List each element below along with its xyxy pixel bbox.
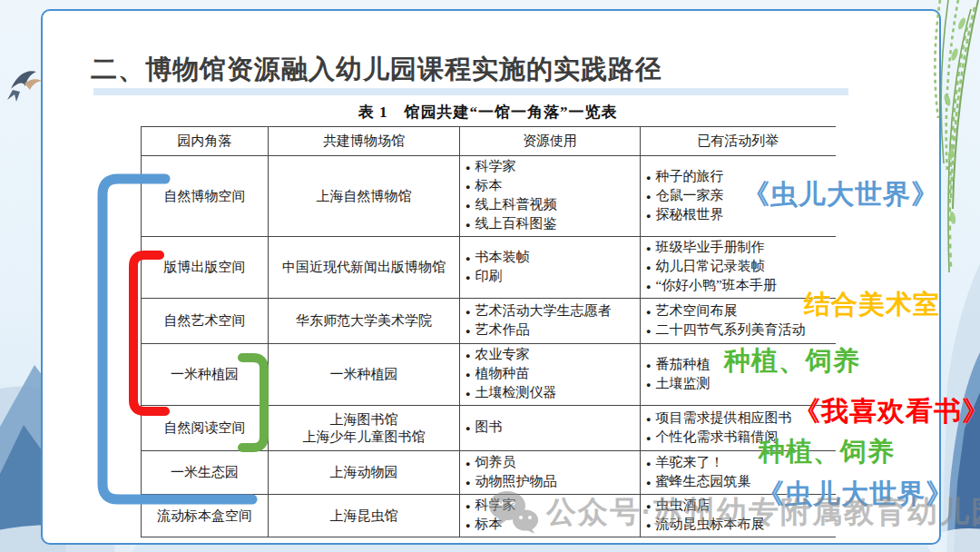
column-header: 已有活动列举 [641,127,836,156]
watermark-text: 公众号·苏州幼专附属教育幼儿园 [546,492,980,533]
table-cell: 一米种植园 [269,344,460,406]
table-cell: ●科学家●标本●线上科普视频●线上百科图鉴 [460,156,641,237]
table-caption: 表 1 馆园共建“一馆一角落”一览表 [141,102,835,123]
table-cell: 上海自然博物馆 [269,156,460,237]
bullet-icon: ● [646,241,651,258]
table-row: 自然博物空间上海自然博物馆●科学家●标本●线上科普视频●线上百科图鉴●种子的旅行… [142,156,836,237]
table-cell: 一米生态园 [142,451,269,495]
table-cell: 中国近现代新闻出版博物馆 [269,237,460,299]
bullet-icon: ● [466,304,470,321]
bullet-icon: ● [646,411,651,429]
bullet-icon: ● [646,189,651,206]
bullet-icon: ● [646,377,651,394]
swallow-bird-icon [7,71,42,102]
table-cell: 自然艺术空间 [142,299,269,344]
bullet-icon: ● [466,217,470,234]
table-row: 一米生态园上海动物园●饲养员●动物照护物品●羊驼来了！●蜜蜂生态园筑巢 [142,451,836,495]
annotation-art-room: 结合美术室 [804,287,940,323]
bullet-icon: ● [466,251,470,268]
bullet-icon: ● [646,304,651,321]
annotation-plant-feed-bottom: 种植、饲养 [759,434,895,470]
bullet-icon: ● [466,456,470,473]
page-title: 二、博物馆资源融入幼儿园课程实施的实践路径 [91,52,662,88]
column-header: 共建博物场馆 [269,127,460,156]
table-cell: 自然阅读空间 [142,406,269,451]
bullet-icon: ● [646,475,651,492]
bullet-icon: ● [466,386,470,403]
annotation-plant-feed-top: 种植、饲养 [724,343,860,380]
table-cell: 版博出版空间 [142,237,269,299]
bullet-icon: ● [466,348,470,365]
title-underline [93,88,848,95]
table-cell: ●饲养员●动物照护物品 [460,451,641,495]
bullet-icon: ● [646,260,651,277]
table-cell: 自然博物空间 [142,156,269,237]
bullet-icon: ● [466,475,470,492]
bullet-icon: ● [646,456,651,473]
annotation-insect-world-top: 《虫儿大世界》 [742,176,939,213]
table-row: 自然艺术空间华东师范大学美术学院●艺术活动大学生志愿者●艺术作品●艺术空间布展●… [142,299,836,344]
bullet-icon: ● [646,170,651,187]
table-cell: ●艺术活动大学生志愿者●艺术作品 [460,299,641,344]
bullet-icon: ● [646,208,651,225]
bullet-icon: ● [466,160,470,177]
bullet-icon: ● [466,518,470,535]
wechat-logo-icon [488,490,539,534]
wechat-watermark: 公众号·苏州幼专附属教育幼儿园 [488,490,980,534]
bullet-icon: ● [466,498,470,516]
table-cell: ●图书 [460,406,641,451]
bullet-icon: ● [646,430,651,448]
table-cell: ●书本装帧●印刷 [460,237,641,299]
table-cell: 上海昆虫馆 [269,495,460,537]
annotation-like-reading: 《我喜欢看书》 [793,393,980,430]
table-cell: 上海图书馆上海少年儿童图书馆 [269,406,460,451]
table-cell: 华东师范大学美术学院 [269,299,460,344]
bullet-icon: ● [646,279,651,296]
table-cell: 流动标本盒空间 [142,495,269,537]
table-cell: ●农业专家●植物种苗●土壤检测仪器 [460,344,641,406]
bullet-icon: ● [466,198,470,215]
bullet-icon: ● [466,270,470,287]
table-row: 版博出版空间中国近现代新闻出版博物馆●书本装帧●印刷●班级毕业手册制作●幼儿日常… [142,237,836,299]
column-header: 资源使用 [460,127,641,156]
bullet-icon: ● [646,323,651,340]
table-cell: 一米种植园 [142,344,269,406]
slide: 二、博物馆资源融入幼儿园课程实施的实践路径 表 1 馆园共建“一馆一角落”一览表… [0,0,980,552]
bullet-icon: ● [646,358,651,375]
table-row: 自然阅读空间上海图书馆上海少年儿童图书馆●图书●项目需求提供相应图书●个性化需求… [142,406,836,451]
column-header: 园内角落 [142,127,269,156]
bullet-icon: ● [466,367,470,384]
table-header-row: 园内角落共建博物场馆资源使用已有活动列举 [142,127,836,156]
museum-table: 园内角落共建博物场馆资源使用已有活动列举 自然博物空间上海自然博物馆●科学家●标… [141,126,836,537]
bullet-icon: ● [466,420,470,438]
bullet-icon: ● [466,323,470,340]
bullet-icon: ● [466,179,470,196]
table-cell: 上海动物园 [269,451,460,495]
